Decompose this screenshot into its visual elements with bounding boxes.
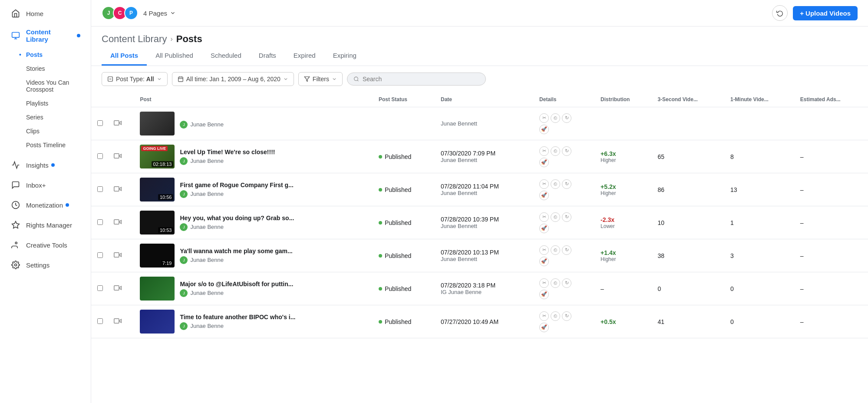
sidebar-item-creative-tools-label: Creative Tools [26,241,67,249]
tab-drafts[interactable]: Drafts [250,46,285,66]
sync-icon[interactable]: ↻ [562,113,571,123]
scissors-icon[interactable]: ✂ [539,146,549,156]
topbar-left: J C P 4 Pages [102,6,176,20]
row-checkbox-cell [91,173,109,206]
sync-icon[interactable]: ↻ [562,278,571,288]
icons-row-bottom: 🚀 [539,224,590,233]
monetization-dot [66,203,69,207]
row-checkbox[interactable] [97,252,103,258]
sidebar-item-insights[interactable]: Insights [3,155,87,175]
status-dot [379,287,382,291]
sync-icon[interactable]: ↻ [562,311,571,321]
th-checkbox [91,92,109,107]
row-1m-video-cell: 0 [725,305,795,338]
post-type-filter[interactable]: Post Type: All [102,72,168,86]
post-title: Major s/o to @LifeAtUbisoft for puttin..… [180,281,293,287]
sidebar-sub-item-posts[interactable]: Posts [3,48,87,61]
copyright-icon[interactable]: © [551,245,560,255]
search-box [347,73,486,86]
sidebar-sub-playlists-label: Playlists [26,100,48,107]
tab-expired[interactable]: Expired [285,46,324,66]
scissors-icon[interactable]: ✂ [539,179,549,189]
rocket-icon[interactable]: 🚀 [539,224,549,233]
filters-button[interactable]: Filters [298,72,343,86]
copyright-icon[interactable]: © [551,212,560,222]
svg-rect-17 [114,186,119,191]
scissors-icon[interactable]: ✂ [539,245,549,255]
row-checkbox[interactable] [97,318,103,324]
tab-scheduled[interactable]: Scheduled [202,46,250,66]
rocket-icon[interactable]: 🚀 [539,290,549,299]
tab-expiring[interactable]: Expiring [324,46,365,66]
sync-icon[interactable]: ↻ [562,146,571,156]
sidebar-sub-item-clips[interactable]: Clips [3,125,87,138]
rocket-icon[interactable]: 🚀 [539,125,549,134]
sidebar-item-home[interactable]: Home [3,4,87,23]
row-checkbox[interactable] [97,285,103,291]
1m-video-value: 0 [730,285,734,292]
sidebar-sub-item-posts-timeline[interactable]: Posts Timeline [3,139,87,152]
row-date-cell: 07/30/2020 7:09 PM Junae Bennett [436,140,534,173]
scissors-icon[interactable]: ✂ [539,212,549,222]
sidebar-item-rights-manager[interactable]: Rights Manager [3,215,87,235]
post-date: 07/28/2020 10:39 PM [441,216,529,223]
post-date: 07/28/2020 10:13 PM [441,249,529,256]
sidebar-item-inbox-label: Inbox+ [26,182,46,189]
sidebar-item-inbox[interactable]: Inbox+ [3,175,87,195]
rocket-icon[interactable]: 🚀 [539,191,549,200]
icons-row-top: ✂ © ↻ [539,311,590,321]
rocket-icon[interactable]: 🚀 [539,158,549,167]
row-checkbox[interactable] [97,186,103,192]
row-checkbox[interactable] [97,219,103,225]
sync-icon[interactable]: ↻ [562,179,571,189]
copyright-icon[interactable]: © [551,278,560,288]
author-name: Junae Benne [190,290,224,296]
row-post-cell: 10:53 Hey you, what you doing up? Grab s… [135,206,373,239]
upload-videos-button[interactable]: + Upload Videos [793,6,858,20]
filters-chevron-icon [332,76,337,82]
sync-icon[interactable]: ↻ [562,245,571,255]
sidebar-item-creative-tools[interactable]: Creative Tools [3,235,87,254]
search-input[interactable] [363,76,479,83]
row-distribution-cell: +5.2x Higher [595,173,652,206]
row-checkbox[interactable] [97,120,103,126]
row-checkbox[interactable] [97,153,103,159]
post-author: J Junae Benne [180,157,275,165]
copyright-icon[interactable]: © [551,311,560,321]
row-post-cell: 7:19 Ya'll wanna watch me play some gam.… [135,239,373,272]
sidebar-item-settings[interactable]: Settings [3,255,87,274]
sync-icon[interactable]: ↻ [562,212,571,222]
sidebar-sub-item-series[interactable]: Series [3,111,87,124]
sidebar-item-monetization[interactable]: Monetization [3,195,87,215]
date-range-filter[interactable]: All time: Jan 1, 2009 – Aug 6, 2020 [172,72,294,86]
scissors-icon[interactable]: ✂ [539,113,549,123]
dist-value: -2.3x [601,216,647,223]
pages-button[interactable]: 4 Pages [143,10,176,17]
tab-all-posts[interactable]: All Posts [102,46,147,66]
refresh-button[interactable] [772,5,788,21]
status-label: Published [385,252,412,259]
status-dot [379,188,382,192]
svg-rect-8 [178,77,183,82]
rocket-icon[interactable]: 🚀 [539,257,549,266]
rocket-icon[interactable]: 🚀 [539,323,549,332]
copyright-icon[interactable]: © [551,146,560,156]
sidebar-sub-posts-label: Posts [26,51,43,58]
dist-value: – [601,285,647,292]
copyright-icon[interactable]: © [551,179,560,189]
sidebar-sub-item-stories[interactable]: Stories [3,62,87,75]
table-row: Time to feature another BIPOC who's i...… [91,305,868,338]
posts-table: Post Post Status Date Details Distributi… [91,92,868,338]
tab-all-published[interactable]: All Published [147,46,202,66]
row-date-cell: 07/28/2020 11:04 PM Junae Bennett [436,173,534,206]
svg-point-13 [354,77,358,81]
breadcrumb-parent[interactable]: Content Library [102,33,167,45]
sidebar-sub-item-videos-crosspost[interactable]: Videos You Can Crosspost [3,76,87,96]
copyright-icon[interactable]: © [551,113,560,123]
sidebar-sub-item-playlists[interactable]: Playlists [3,97,87,110]
sidebar-item-content-library[interactable]: Content Library [3,24,87,47]
scissors-icon[interactable]: ✂ [539,311,549,321]
post-date: 07/27/2020 10:49 AM [441,318,529,325]
post-date2: Junae Bennett [441,256,529,262]
scissors-icon[interactable]: ✂ [539,278,549,288]
